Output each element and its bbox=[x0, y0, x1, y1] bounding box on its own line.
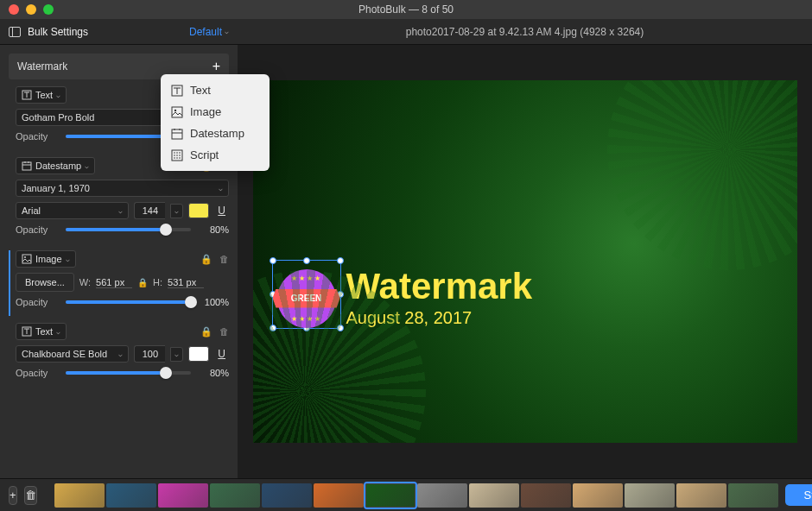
svg-point-17 bbox=[176, 157, 178, 159]
lock-icon[interactable]: 🔒 bbox=[200, 326, 213, 338]
opacity-slider[interactable] bbox=[66, 300, 191, 304]
font-select[interactable]: Gotham Pro Bold⌵ bbox=[16, 109, 174, 126]
image-icon bbox=[22, 254, 32, 264]
trash-icon[interactable]: 🗑 bbox=[219, 254, 229, 265]
thumbnail[interactable] bbox=[158, 483, 208, 508]
resize-handle[interactable] bbox=[337, 291, 344, 298]
font-select[interactable]: Arial⌵ bbox=[16, 202, 129, 219]
panel-type-chip[interactable]: Text⌵ bbox=[16, 86, 67, 104]
resize-handle[interactable] bbox=[270, 325, 276, 331]
color-swatch[interactable] bbox=[188, 203, 209, 218]
resize-handle[interactable] bbox=[270, 291, 276, 298]
opacity-label: Opacity bbox=[16, 224, 57, 235]
thumbnail[interactable] bbox=[676, 483, 726, 508]
opacity-value: 100% bbox=[200, 297, 229, 307]
thumbnail[interactable] bbox=[469, 483, 519, 508]
resize-handle[interactable] bbox=[303, 257, 310, 264]
stepper-icon[interactable]: ⌵ bbox=[170, 204, 183, 218]
popup-item-script[interactable]: Script bbox=[161, 144, 270, 166]
thumbnail[interactable] bbox=[54, 483, 105, 508]
bottom-bar: + 🗑 Start bbox=[0, 478, 812, 511]
thumbnail[interactable] bbox=[573, 483, 623, 508]
thumbnail[interactable] bbox=[262, 483, 312, 508]
sidebar-toggle-icon[interactable] bbox=[9, 27, 21, 37]
thumbnail[interactable] bbox=[417, 483, 467, 508]
panel-type-chip[interactable]: Datestamp⌵ bbox=[16, 157, 95, 174]
opacity-label: Opacity bbox=[16, 368, 57, 378]
width-input[interactable]: 561 px bbox=[96, 277, 132, 288]
svg-rect-8 bbox=[172, 129, 182, 139]
font-select[interactable]: Chalkboard SE Bold⌵ bbox=[16, 345, 129, 363]
lock-icon[interactable]: 🔒 bbox=[200, 254, 213, 265]
panel-type-chip[interactable]: Image⌵ bbox=[16, 250, 76, 268]
stepper-icon[interactable]: ⌵ bbox=[170, 347, 183, 362]
thumbnail[interactable] bbox=[625, 483, 675, 508]
svg-point-14 bbox=[176, 155, 178, 156]
svg-point-11 bbox=[176, 152, 178, 154]
thumbnail[interactable] bbox=[728, 483, 778, 508]
svg-rect-6 bbox=[172, 107, 182, 117]
zoom-icon[interactable] bbox=[43, 4, 54, 15]
watermark-panel-text: Text⌵ 🔒🗑 Chalkboard SE Bold⌵ 100⌵ U Opac… bbox=[9, 323, 229, 387]
delete-button[interactable]: 🗑 bbox=[24, 486, 37, 505]
opacity-label: Opacity bbox=[16, 131, 57, 142]
thumbnail[interactable] bbox=[314, 483, 364, 508]
resize-handle[interactable] bbox=[337, 325, 344, 331]
preset-dropdown[interactable]: Default⌵ bbox=[189, 26, 229, 38]
current-filename: photo2017-08-29 at 9.42.13 AM 4.jpg (492… bbox=[238, 26, 812, 38]
resize-handle[interactable] bbox=[337, 257, 344, 264]
close-icon[interactable] bbox=[9, 4, 19, 15]
font-size-input[interactable]: 100 bbox=[134, 345, 165, 363]
thumbnail[interactable] bbox=[106, 483, 156, 508]
svg-point-12 bbox=[179, 152, 181, 154]
height-input[interactable]: 531 px bbox=[168, 277, 204, 288]
height-label: H: bbox=[153, 277, 162, 287]
datestamp-icon bbox=[171, 128, 183, 140]
script-icon bbox=[171, 149, 183, 161]
window-title: PhotoBulk — 8 of 50 bbox=[358, 3, 454, 16]
browse-button[interactable]: Browse... bbox=[16, 273, 74, 292]
popup-item-datestamp[interactable]: Datestamp bbox=[161, 123, 270, 144]
watermark-overlay[interactable]: ★ ★ ★ ★ GREEN ★ ★ ★ ★ Watermark August 2… bbox=[277, 268, 533, 328]
width-label: W: bbox=[79, 277, 91, 287]
thumbnail[interactable] bbox=[365, 483, 416, 508]
badge-ribbon: GREEN bbox=[273, 289, 340, 308]
preview-canvas[interactable]: ★ ★ ★ ★ GREEN ★ ★ ★ ★ Watermark August 2… bbox=[238, 45, 812, 478]
panel-type-chip[interactable]: Text⌵ bbox=[16, 323, 67, 340]
thumbnail[interactable] bbox=[521, 483, 571, 508]
font-size-input[interactable]: 144 bbox=[134, 202, 165, 219]
popup-item-text[interactable]: Text bbox=[161, 79, 270, 101]
color-swatch[interactable] bbox=[188, 346, 209, 362]
title-bar: PhotoBulk — 8 of 50 bbox=[0, 0, 812, 19]
opacity-value: 80% bbox=[200, 368, 229, 378]
lock-aspect-icon[interactable]: 🔒 bbox=[137, 278, 148, 287]
svg-point-10 bbox=[174, 152, 175, 154]
svg-rect-1 bbox=[22, 162, 31, 170]
add-button[interactable]: + bbox=[9, 486, 17, 505]
text-icon bbox=[171, 85, 183, 97]
bulk-settings-title: Bulk Settings bbox=[28, 26, 88, 38]
svg-point-16 bbox=[174, 157, 175, 159]
datestamp-icon bbox=[22, 161, 32, 171]
watermark-date: August 28, 2017 bbox=[346, 308, 533, 328]
date-select[interactable]: January 1, 1970⌵ bbox=[16, 180, 229, 197]
add-watermark-button[interactable]: + bbox=[213, 59, 220, 74]
resize-handle[interactable] bbox=[270, 257, 276, 264]
image-icon bbox=[171, 106, 183, 118]
trash-icon[interactable]: 🗑 bbox=[219, 326, 229, 338]
resize-handle[interactable] bbox=[303, 325, 310, 331]
watermark-panel-image: Image⌵ 🔒🗑 Browse... W: 561 px 🔒 H: 531 p… bbox=[9, 250, 229, 316]
svg-point-18 bbox=[179, 157, 181, 159]
opacity-slider[interactable] bbox=[66, 371, 191, 375]
svg-rect-2 bbox=[22, 255, 31, 263]
minimize-icon[interactable] bbox=[26, 4, 36, 15]
opacity-slider[interactable] bbox=[66, 228, 191, 231]
underline-button[interactable]: U bbox=[214, 348, 229, 360]
chevron-down-icon: ⌵ bbox=[225, 28, 229, 35]
svg-point-7 bbox=[174, 109, 176, 110]
thumbnail[interactable] bbox=[210, 483, 260, 508]
popup-item-image[interactable]: Image bbox=[161, 101, 270, 123]
underline-button[interactable]: U bbox=[214, 205, 229, 217]
start-button[interactable]: Start bbox=[785, 484, 812, 506]
text-icon bbox=[22, 326, 32, 337]
